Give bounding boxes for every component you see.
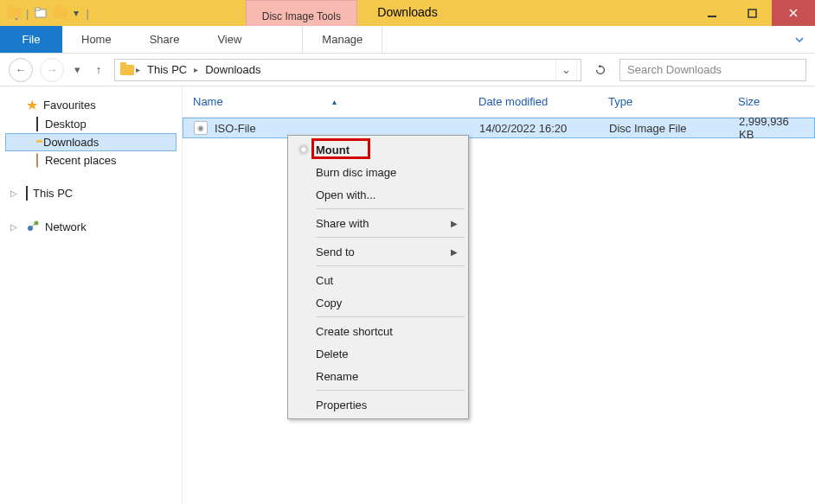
file-row[interactable]: ◉ ISO-File 14/02/2022 16:20 Disc Image F…: [183, 118, 815, 138]
submenu-arrow-icon: ▶: [451, 247, 458, 257]
svg-rect-1: [35, 8, 40, 10]
ctx-send-to[interactable]: Send to ▶: [290, 240, 466, 263]
file-cell-type: Disc Image File: [599, 122, 728, 135]
nav-sidebar: ★ Favourites Desktop Downloads Recent pl…: [0, 86, 182, 504]
ribbon-file-tab[interactable]: File: [0, 26, 62, 53]
ribbon-expand-icon[interactable]: [784, 26, 815, 53]
submenu-arrow-icon: ▶: [451, 219, 458, 228]
file-cell-size: 2,999,936 KB: [728, 115, 814, 141]
nav-history-dropdown[interactable]: ▾: [71, 63, 83, 76]
star-icon: ★: [26, 97, 38, 113]
ctx-rename[interactable]: Rename: [290, 365, 466, 387]
qat-sep: |: [26, 7, 29, 20]
maximize-button[interactable]: [732, 0, 772, 26]
svg-line-8: [32, 224, 35, 226]
expand-icon[interactable]: ▷: [10, 188, 21, 198]
ctx-separator: [316, 316, 465, 317]
window-controls: [692, 0, 815, 26]
qat-dropdown-icon[interactable]: ▾: [74, 7, 79, 19]
ctx-properties[interactable]: Properties: [290, 393, 466, 416]
file-list: Name ▴ Date modified Type Size ◉ ISO-Fil…: [182, 86, 815, 504]
minimize-button[interactable]: [692, 0, 732, 26]
ribbon-manage-tab[interactable]: Manage: [302, 26, 382, 53]
sort-asc-icon: ▴: [332, 97, 337, 106]
window-title: Downloads: [377, 5, 437, 19]
ribbon-share-tab[interactable]: Share: [131, 26, 199, 53]
sidebar-item-desktop[interactable]: Desktop: [5, 115, 176, 133]
expand-icon[interactable]: ▷: [10, 222, 21, 232]
ctx-burn[interactable]: Burn disc image: [290, 161, 466, 183]
contextual-tool-tab[interactable]: Disc Image Tools: [246, 0, 357, 26]
recent-places-icon: [36, 154, 38, 167]
ribbon: File Home Share View Manage: [0, 26, 815, 54]
ctx-separator: [316, 237, 465, 238]
qat-overflow: |: [86, 7, 88, 20]
col-header-date[interactable]: Date modified: [468, 95, 598, 108]
chevron-right-icon[interactable]: ▸: [136, 65, 140, 74]
titlebar: ↓ | ▾ | Disc Image Tools Downloads: [0, 0, 815, 26]
ctx-separator: [316, 390, 465, 391]
ctx-separator: [316, 265, 465, 266]
nav-forward-button[interactable]: →: [40, 58, 64, 82]
sidebar-favourites-label: Favourites: [43, 99, 96, 112]
ctx-copy[interactable]: Copy: [290, 291, 466, 314]
folder-icon[interactable]: [53, 5, 68, 21]
folder-dl-icon[interactable]: ↓: [5, 5, 21, 21]
sidebar-item-label: Downloads: [43, 136, 99, 149]
column-headers: Name ▴ Date modified Type Size: [183, 86, 815, 118]
file-cell-date: 14/02/2022 16:20: [469, 122, 599, 135]
sidebar-network-label: Network: [45, 220, 87, 233]
ctx-share-with[interactable]: Share with ▶: [290, 212, 466, 234]
address-folder-icon: ↓: [119, 62, 134, 78]
network-icon: [26, 219, 40, 235]
desktop-icon: [36, 118, 38, 131]
sidebar-item-label: Recent places: [45, 154, 116, 167]
col-header-name[interactable]: Name ▴: [183, 95, 468, 108]
ctx-cut[interactable]: Cut: [290, 269, 466, 291]
computer-icon: [26, 187, 28, 200]
address-dropdown-icon[interactable]: ⌄: [555, 60, 577, 80]
svg-point-7: [35, 221, 39, 226]
sidebar-item-recent[interactable]: Recent places: [5, 151, 176, 169]
col-header-type[interactable]: Type: [598, 95, 728, 108]
nav-back-button[interactable]: ←: [9, 58, 33, 82]
nav-up-button[interactable]: ↑: [90, 61, 107, 79]
new-folder-icon[interactable]: [34, 5, 49, 21]
ribbon-home-tab[interactable]: Home: [62, 26, 131, 53]
ctx-open-with[interactable]: Open with...: [290, 183, 466, 206]
search-placeholder: Search Downloads: [627, 63, 722, 76]
quick-access-toolbar: ↓ | ▾ |: [0, 0, 94, 26]
close-button[interactable]: [772, 0, 815, 26]
refresh-button[interactable]: [588, 59, 613, 81]
ctx-delete[interactable]: Delete: [290, 342, 466, 365]
col-header-size[interactable]: Size: [728, 95, 815, 108]
disc-icon: [292, 144, 316, 156]
file-cell-name: ◉ ISO-File: [183, 121, 469, 135]
ctx-separator: [316, 208, 465, 209]
breadcrumb-this-pc[interactable]: This PC: [142, 60, 192, 80]
svg-rect-3: [748, 10, 756, 17]
sidebar-network[interactable]: ▷ Network: [5, 217, 176, 237]
sidebar-item-label: Desktop: [45, 118, 87, 131]
context-menu: Mount Burn disc image Open with... Share…: [287, 135, 469, 419]
iso-file-icon: ◉: [194, 121, 208, 135]
sidebar-this-pc-label: This PC: [33, 187, 73, 200]
ribbon-view-tab[interactable]: View: [198, 26, 260, 53]
sidebar-item-downloads[interactable]: Downloads: [5, 133, 176, 151]
address-bar[interactable]: ↓ ▸ This PC ▸ Downloads ⌄: [114, 59, 581, 81]
sidebar-this-pc[interactable]: ▷ This PC: [5, 185, 176, 201]
ctx-create-shortcut[interactable]: Create shortcut: [290, 320, 466, 342]
ctx-mount[interactable]: Mount: [290, 138, 466, 161]
chevron-right-icon[interactable]: ▸: [194, 65, 198, 74]
breadcrumb-downloads[interactable]: Downloads: [200, 60, 266, 80]
address-row: ← → ▾ ↑ ↓ ▸ This PC ▸ Downloads ⌄ Search…: [0, 54, 815, 86]
sidebar-favourites[interactable]: ★ Favourites: [5, 95, 176, 115]
search-input[interactable]: Search Downloads: [619, 59, 806, 81]
